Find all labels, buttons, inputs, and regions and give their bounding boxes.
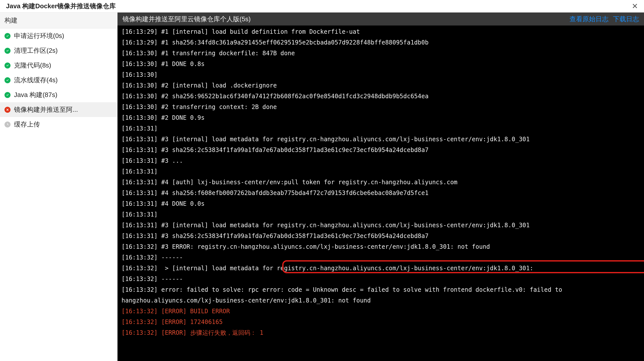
close-icon[interactable]: ✕ — [632, 2, 638, 10]
step-item-1[interactable]: 清理工作区(2s) — [0, 43, 117, 58]
log-line: [16:13:31] #3 [internal] load metadata f… — [122, 134, 640, 145]
log-line: [16:13:30] #1 transferring dockerfile: 8… — [122, 48, 640, 59]
log-line: [16:13:31] #3 sha256:2c53834f1fa99a1fda7… — [122, 231, 640, 242]
view-raw-log-link[interactable]: 查看原始日志 — [570, 15, 608, 24]
success-icon — [4, 92, 10, 98]
log-line: [16:13:32] ------ — [122, 252, 640, 263]
log-line: [16:13:31] #3 [internal] load metadata f… — [122, 220, 640, 231]
log-line: [16:13:30] #1 DONE 0.8s — [122, 59, 640, 70]
step-item-2[interactable]: 克隆代码(8s) — [0, 58, 117, 73]
header: Java 构建Docker镜像并推送镜像仓库 ✕ — [0, 0, 644, 12]
log-line: [16:13:31] #4 DONE 0.0s — [122, 198, 640, 209]
log-line: [16:13:32] [ERROR] 步骤运行失败，返回码： 1 — [122, 328, 640, 338]
success-icon — [4, 77, 10, 83]
log-line: [16:13:32] error: failed to solve: rpc e… — [122, 284, 640, 306]
log-line: [16:13:30] #2 [internal] load .dockerign… — [122, 80, 640, 91]
error-icon — [4, 107, 10, 113]
step-label: 申请运行环境(0s) — [14, 32, 64, 40]
step-label: 缓存上传 — [14, 120, 40, 129]
download-log-link[interactable]: 下载日志 — [613, 15, 639, 24]
log-area[interactable]: [16:13:29] #1 [internal] load build defi… — [118, 26, 644, 361]
log-line: [16:13:31] #3 ... — [122, 156, 640, 166]
log-line: [16:13:31] #3 sha256:2c53834f1fa99a1fda7… — [122, 145, 640, 156]
step-label: Java 构建(87s) — [14, 90, 57, 99]
log-line: [16:13:31] — [122, 209, 640, 220]
step-item-4[interactable]: Java 构建(87s) — [0, 88, 117, 102]
step-item-3[interactable]: 流水线缓存(4s) — [0, 73, 117, 88]
success-icon — [4, 48, 10, 54]
step-list: 申请运行环境(0s)清理工作区(2s)克隆代码(8s)流水线缓存(4s)Java… — [0, 28, 117, 132]
step-item-5[interactable]: 镜像构建并推送至阿... — [0, 102, 117, 117]
log-line: [16:13:31] — [122, 123, 640, 134]
log-line: [16:13:31] #4 sha256:f608efb0007262bafdd… — [122, 188, 640, 198]
log-header: 镜像构建并推送至阿里云镜像仓库个人版(5s) 查看原始日志 下载日志 — [118, 12, 644, 26]
log-line: [16:13:32] #3 ERROR: registry.cn-hangzho… — [122, 242, 640, 252]
log-line: [16:13:29] #1 sha256:34fd8c361a9a291455e… — [122, 37, 640, 48]
success-icon — [4, 33, 10, 39]
sidebar-title: 构建 — [0, 12, 117, 28]
step-item-0[interactable]: 申请运行环境(0s) — [0, 28, 117, 43]
log-line: [16:13:32] ------ — [122, 274, 640, 284]
log-line: [16:13:30] #2 DONE 0.9s — [122, 112, 640, 123]
sidebar: 构建 申请运行环境(0s)清理工作区(2s)克隆代码(8s)流水线缓存(4s)J… — [0, 12, 118, 361]
log-line: [16:13:31] — [122, 166, 640, 177]
log-header-links: 查看原始日志 下载日志 — [570, 15, 639, 24]
log-line: [16:13:30] — [122, 70, 640, 80]
pending-icon — [4, 122, 10, 128]
log-line: [16:13:32] > [internal] load metadata fo… — [122, 263, 640, 274]
log-line: [16:13:32] [ERROR] BUILD ERROR — [122, 306, 640, 317]
step-label: 清理工作区(2s) — [14, 46, 58, 55]
page-title: Java 构建Docker镜像并推送镜像仓库 — [6, 2, 116, 10]
log-line: [16:13:32] [ERROR] 172406165 — [122, 317, 640, 328]
success-icon — [4, 62, 10, 68]
step-label: 流水线缓存(4s) — [14, 76, 58, 84]
log-title: 镜像构建并推送至阿里云镜像仓库个人版(5s) — [122, 15, 251, 24]
log-line: [16:13:31] #4 [auth] lxj-business-center… — [122, 177, 640, 188]
log-panel: 镜像构建并推送至阿里云镜像仓库个人版(5s) 查看原始日志 下载日志 [16:1… — [118, 12, 644, 361]
log-line: [16:13:30] #2 transferring context: 2B d… — [122, 102, 640, 112]
log-line: [16:13:29] #1 [internal] load build defi… — [122, 26, 640, 37]
step-item-6[interactable]: 缓存上传 — [0, 117, 117, 132]
step-label: 克隆代码(8s) — [14, 61, 51, 70]
log-line: [16:13:30] #2 sha256:96522b1ac6f340fa741… — [122, 91, 640, 102]
step-label: 镜像构建并推送至阿... — [14, 105, 78, 114]
